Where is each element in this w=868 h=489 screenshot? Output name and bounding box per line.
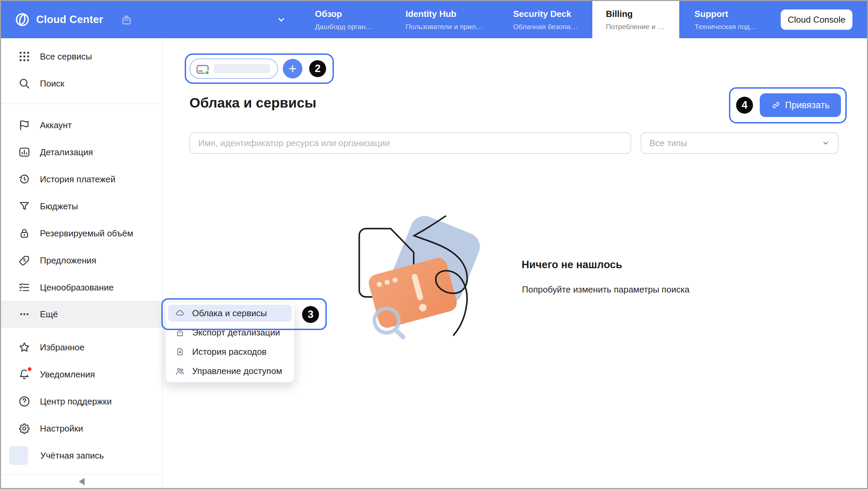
flag-icon <box>18 119 31 132</box>
menu-item-label: Облака и сервисы <box>192 308 267 319</box>
billing-account-selector[interactable] <box>189 59 278 79</box>
sidebar-item-label: Бюджеты <box>40 201 78 212</box>
link-button-label: Привязать <box>785 100 829 111</box>
sidebar-item-account-profile[interactable]: Учётная запись <box>1 442 162 469</box>
sidebar-item-label: Аккаунт <box>40 120 72 131</box>
menu-item-clouds-and-services[interactable]: Облака и сервисы <box>168 305 292 322</box>
avatar <box>9 446 28 465</box>
menu-item-spending-history[interactable]: История расходов <box>168 343 292 360</box>
sidebar-item-label: Ещё <box>40 309 58 320</box>
tab-security-deck[interactable]: Security Deck Облачная безопа… <box>504 1 592 38</box>
chevron-down-icon <box>822 139 830 147</box>
empty-state-title: Ничего не нашлось <box>522 259 622 271</box>
cloud-icon <box>175 308 185 318</box>
sidebar-item-label: Резервируемый объём <box>40 228 133 239</box>
briefcase-icon <box>120 13 133 27</box>
top-navigation-bar: Cloud Center Обзор Дашборд орган… Identi… <box>1 1 867 38</box>
sidebar-item-search[interactable]: Поиск <box>1 70 162 97</box>
tab-label: Billing <box>606 9 679 19</box>
document-download-icon <box>175 347 185 357</box>
bar-chart-icon <box>18 146 31 159</box>
tab-label: Обзор <box>315 9 396 19</box>
sidebar-item-label: Уведомления <box>40 369 95 380</box>
tab-label: Identity Hub <box>406 9 504 19</box>
search-icon <box>18 77 31 90</box>
link-cloud-button[interactable]: Привязать <box>760 93 841 117</box>
sidebar-item-account[interactable]: Аккаунт <box>1 112 162 139</box>
sidebar-divider <box>1 474 162 475</box>
svg-text:$: $ <box>23 258 25 262</box>
cloud-center-window: Cloud Center Обзор Дашборд орган… Identi… <box>0 0 868 489</box>
sidebar-item-details[interactable]: Детализация <box>1 139 162 166</box>
sidebar-item-settings[interactable]: Настройки <box>1 415 162 442</box>
sidebar-item-label: Поиск <box>40 78 64 89</box>
grid-icon <box>18 50 31 63</box>
sidebar-item-label: Все сервисы <box>40 51 92 62</box>
tab-identity-hub[interactable]: Identity Hub Пользователи и прил… <box>396 1 504 38</box>
history-clock-icon <box>18 173 31 186</box>
tab-sublabel: Техническая под… <box>694 23 781 31</box>
sidebar-item-label: Детализация <box>40 147 93 158</box>
collapse-arrow-icon <box>79 478 85 485</box>
type-filter-value: Все типы <box>649 138 687 148</box>
sidebar-item-label: Избранное <box>40 342 85 353</box>
sidebar-item-label: Настройки <box>40 423 83 434</box>
tab-support[interactable]: Support Техническая под… <box>679 1 781 38</box>
add-billing-account-button[interactable] <box>283 59 302 78</box>
menu-item-export-details[interactable]: Экспорт детализации <box>168 324 292 341</box>
annotation-badge-4: 4 <box>736 97 753 114</box>
tab-overview[interactable]: Обзор Дашборд орган… <box>305 1 396 38</box>
sidebar-item-payment-history[interactable]: История платежей <box>1 166 162 193</box>
tab-label: Security Deck <box>513 9 592 19</box>
type-filter-select[interactable]: Все типы <box>641 132 839 154</box>
account-name-redacted <box>214 64 270 73</box>
sidebar-divider <box>1 103 162 104</box>
sidebar-item-label: Центр поддержки <box>40 396 112 407</box>
sidebar-item-all-services[interactable]: Все сервисы <box>1 43 162 70</box>
menu-item-access-management[interactable]: Управление доступом <box>168 363 292 379</box>
annotation-badge-2: 2 <box>309 60 326 77</box>
brand-name: Cloud Center <box>36 1 103 38</box>
sidebar-item-label: Учётная запись <box>40 450 104 461</box>
sidebar-item-favorites[interactable]: Избранное <box>1 334 162 361</box>
org-chevron-down-icon[interactable] <box>277 15 286 24</box>
sidebar-item-reserved-volume[interactable]: Резервируемый объём <box>1 220 162 247</box>
gear-icon <box>18 422 31 435</box>
tab-label: Support <box>694 9 781 19</box>
cloud-logo-icon <box>15 12 30 27</box>
sidebar: Все сервисы Поиск Аккаунт Детализация <box>1 38 163 488</box>
export-icon <box>175 327 185 337</box>
annotation-badge-3: 3 <box>302 306 319 323</box>
funnel-icon <box>18 200 31 213</box>
users-icon <box>175 366 185 376</box>
page-title: Облака и сервисы <box>189 95 316 111</box>
empty-state-subtitle: Попробуйте изменить параметры поиска <box>522 284 689 295</box>
question-circle-icon <box>18 395 31 408</box>
sidebar-item-support-center[interactable]: Центр поддержки <box>1 388 162 415</box>
cloud-console-button[interactable]: Cloud Console <box>781 9 852 30</box>
sidebar-item-offers[interactable]: $ Предложения <box>1 247 162 274</box>
credit-card-icon <box>196 62 210 75</box>
menu-item-label: История расходов <box>192 347 267 357</box>
notification-dot <box>28 367 31 371</box>
tab-sublabel: Потребление и … <box>606 23 679 31</box>
sidebar-item-label: Предложения <box>40 255 96 266</box>
sidebar-item-notifications[interactable]: Уведомления <box>1 361 162 388</box>
tab-billing[interactable]: Billing Потребление и … <box>592 1 679 38</box>
sidebar-item-pricing[interactable]: Ценообразование <box>1 274 162 301</box>
lock-icon <box>18 227 31 240</box>
tab-sublabel: Дашборд орган… <box>315 23 396 31</box>
bell-icon <box>18 368 31 381</box>
sidebar-item-budgets[interactable]: Бюджеты <box>1 193 162 220</box>
collapse-sidebar-button[interactable] <box>1 475 162 488</box>
checklist-icon <box>18 281 31 294</box>
menu-item-label: Управление доступом <box>192 366 282 376</box>
sidebar-item-more[interactable]: Ещё <box>1 301 162 328</box>
star-icon <box>18 341 31 354</box>
sidebar-item-label: Ценообразование <box>40 282 114 293</box>
tab-sublabel: Пользователи и прил… <box>406 23 504 31</box>
empty-state-illustration <box>349 204 492 353</box>
menu-item-label: Экспорт детализации <box>192 327 280 338</box>
tab-sublabel: Облачная безопа… <box>513 23 592 31</box>
resource-search-input[interactable] <box>189 132 631 154</box>
